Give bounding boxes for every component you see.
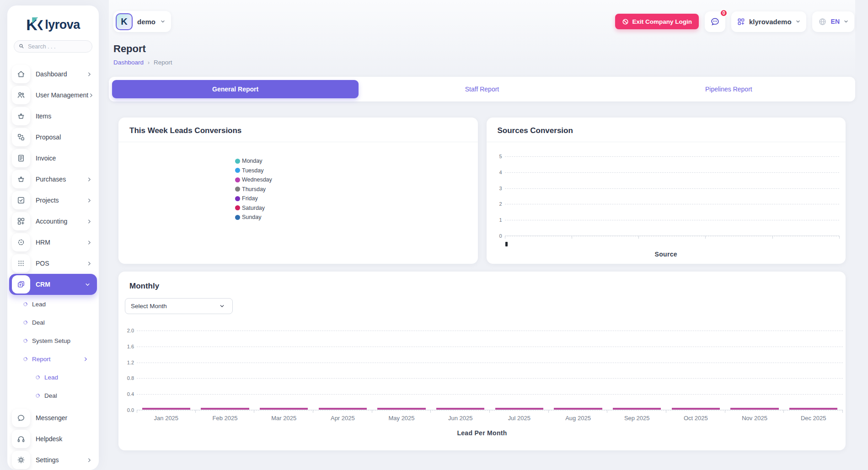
- users-icon: [12, 86, 30, 104]
- bar-sep-2025[interactable]: [613, 408, 661, 410]
- topbar: K demo Exit Company Login 0: [109, 0, 855, 32]
- bar-dec-2025[interactable]: [789, 408, 838, 410]
- bar-nov-2025[interactable]: [730, 408, 779, 410]
- sidebar-item-label: Settings: [36, 456, 59, 464]
- bar-column-nov-2025: [725, 331, 784, 410]
- cart-icon: [12, 170, 30, 188]
- exit-company-login-button[interactable]: Exit Company Login: [615, 14, 699, 29]
- sidebar-item-dashboard[interactable]: Dashboard: [12, 64, 94, 85]
- company-selector[interactable]: K demo: [113, 11, 171, 32]
- sidebar-item-projects[interactable]: Projects: [12, 190, 94, 211]
- month-select[interactable]: Select Month: [125, 298, 233, 314]
- proposal-icon: [12, 128, 30, 146]
- x-tick-label: Sep 2025: [607, 415, 666, 422]
- x-tick-label: Nov 2025: [725, 415, 784, 422]
- y-tick-label: 1.6: [122, 344, 134, 349]
- bar-jan-2025[interactable]: [142, 408, 191, 410]
- sidebar-subitem-lead[interactable]: Lead: [12, 295, 94, 313]
- sidebar-item-items[interactable]: Items: [12, 106, 94, 127]
- workspace-selector[interactable]: klyrovademo: [731, 11, 806, 32]
- sidebar-item-pos[interactable]: POS: [12, 253, 94, 274]
- breadcrumb: Dashboard › Report: [113, 59, 855, 66]
- bar-column-may-2025: [372, 331, 431, 410]
- brand-logo[interactable]: K ❮ lyrova: [7, 5, 99, 33]
- cart-icon: [12, 107, 30, 125]
- x-axis-tick: [505, 236, 505, 239]
- monthly-card: Monthly Select Month 2.0 1.6 1.2 0.8 0.4…: [118, 272, 846, 450]
- legend-item-tuesday[interactable]: Tuesday: [235, 167, 272, 174]
- sidebar-item-proposal[interactable]: Proposal: [12, 127, 94, 148]
- sidebar-item-user-management[interactable]: User Management: [12, 85, 94, 106]
- x-axis-tick: [725, 410, 725, 413]
- bar-may-2025[interactable]: [377, 408, 426, 410]
- sidebar-item-settings[interactable]: Settings: [12, 449, 94, 470]
- sidebar-menu: Dashboard User Management Items Proposal…: [7, 64, 99, 470]
- legend-item-wednesday[interactable]: Wednesday: [235, 176, 272, 183]
- exit-button-label: Exit Company Login: [632, 18, 692, 25]
- pie-legend: Monday Tuesday Wednesday Thursday Friday…: [235, 158, 272, 220]
- bar-feb-2025[interactable]: [201, 408, 249, 410]
- sidebar-subitem-system-setup[interactable]: System Setup: [12, 331, 94, 350]
- tab-general-report[interactable]: General Report: [112, 80, 359, 98]
- legend-item-thursday[interactable]: Thursday: [235, 186, 272, 192]
- sidebar-item-label: Dashboard: [36, 70, 67, 78]
- sidebar-item-crm[interactable]: CRM: [9, 274, 97, 295]
- breadcrumb-dashboard-link[interactable]: Dashboard: [113, 59, 144, 66]
- legend-item-saturday[interactable]: Saturday: [235, 205, 272, 211]
- sidebar-item-accounting[interactable]: Accounting: [12, 211, 94, 232]
- breadcrumb-separator: ›: [148, 59, 150, 66]
- invoice-icon: [12, 149, 30, 167]
- x-axis-tick: [137, 410, 137, 413]
- legend-item-sunday[interactable]: Sunday: [235, 214, 272, 220]
- legend-label: Saturday: [242, 205, 265, 211]
- sidebar-item-hrm[interactable]: HRM: [12, 232, 94, 253]
- sidebar-item-label: Accounting: [36, 218, 67, 225]
- x-axis-line: [505, 235, 840, 236]
- bar-jun-2025[interactable]: [436, 408, 485, 410]
- legend-item-friday[interactable]: Friday: [235, 195, 272, 202]
- sidebar-subitem-deal[interactable]: Deal: [12, 386, 94, 405]
- sidebar-item-invoice[interactable]: Invoice: [12, 148, 94, 169]
- search-icon: [18, 43, 25, 49]
- bar-column-feb-2025: [196, 331, 255, 410]
- x-axis-tick: [607, 410, 607, 413]
- bar-oct-2025[interactable]: [672, 408, 720, 410]
- sidebar-subitem-report[interactable]: Report: [12, 350, 94, 368]
- gridline: [505, 236, 840, 236]
- sidebar-item-label: Items: [36, 112, 51, 120]
- sidebar-item-helpdesk[interactable]: Helpdesk: [12, 428, 94, 449]
- tab-pipelines-report[interactable]: Pipelines Report: [605, 80, 852, 98]
- prohibit-icon: [622, 18, 629, 25]
- bar-column-jun-2025: [431, 331, 490, 410]
- company-avatar: K: [116, 13, 133, 30]
- monthly-x-axis-title: Lead Per Month: [118, 429, 846, 437]
- search-input[interactable]: [14, 40, 92, 53]
- x-tick-label: Feb 2025: [196, 415, 255, 422]
- bar-column-jan-2025: [137, 331, 196, 410]
- legend-item-monday[interactable]: Monday: [235, 158, 272, 164]
- y-tick-label: 2.0: [122, 328, 134, 333]
- bar-jul-2025[interactable]: [495, 408, 544, 410]
- bar-aug-2025[interactable]: [554, 408, 602, 410]
- breadcrumb-current: Report: [154, 59, 172, 66]
- language-selector[interactable]: EN: [812, 11, 854, 32]
- tab-staff-report[interactable]: Staff Report: [359, 80, 605, 98]
- grid-plus-icon: [737, 17, 745, 26]
- sidebar-subitem-label: Deal: [44, 392, 57, 399]
- sidebar-subitem-label: Deal: [32, 319, 45, 326]
- x-tick-label: Apr 2025: [313, 415, 372, 422]
- monthly-title: Monthly: [118, 272, 846, 291]
- bar-column-mar-2025: [254, 331, 313, 410]
- sidebar-item-label: HRM: [36, 239, 50, 246]
- sidebar-item-messenger[interactable]: Messenger: [12, 407, 94, 428]
- projects-icon: [12, 191, 30, 209]
- legend-dot: [235, 159, 240, 164]
- sidebar-item-purchases[interactable]: Purchases: [12, 169, 94, 190]
- bar-mar-2025[interactable]: [260, 408, 308, 410]
- sidebar-item-label: Messenger: [36, 414, 67, 422]
- sidebar-subitem-deal[interactable]: Deal: [12, 313, 94, 331]
- sidebar-subitem-lead[interactable]: Lead: [12, 368, 94, 386]
- messages-button[interactable]: 0: [705, 11, 725, 32]
- ring-bullet-icon: [35, 374, 41, 380]
- bar-apr-2025[interactable]: [319, 408, 367, 410]
